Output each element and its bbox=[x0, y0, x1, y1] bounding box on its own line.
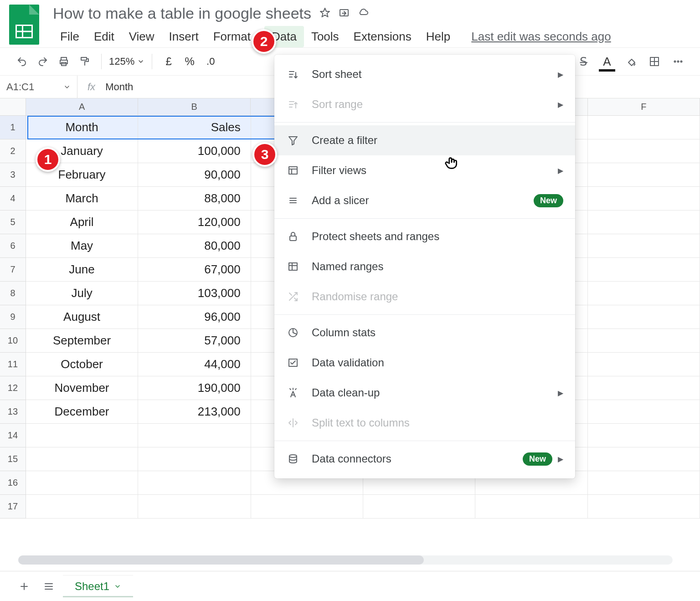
row-header[interactable]: 9 bbox=[0, 305, 26, 329]
cell[interactable]: 120,000 bbox=[138, 211, 251, 234]
more-toolbar-button[interactable] bbox=[669, 52, 687, 71]
cell[interactable] bbox=[588, 139, 700, 163]
column-header-a[interactable]: A bbox=[26, 98, 139, 116]
row-header[interactable]: 11 bbox=[0, 353, 26, 376]
row-header[interactable]: 5 bbox=[0, 211, 26, 234]
cell[interactable] bbox=[588, 234, 700, 258]
cell[interactable]: 67,000 bbox=[138, 258, 251, 282]
strikethrough-button[interactable]: S̶ bbox=[574, 52, 592, 71]
cell[interactable] bbox=[138, 424, 251, 447]
document-title[interactable]: How to make a table in google sheets bbox=[53, 5, 311, 22]
cell[interactable] bbox=[588, 400, 700, 424]
cell[interactable]: September bbox=[26, 329, 138, 353]
cell[interactable] bbox=[363, 495, 475, 519]
row-header[interactable]: 4 bbox=[0, 187, 26, 211]
row-header[interactable]: 12 bbox=[0, 376, 26, 400]
cell[interactable] bbox=[588, 282, 700, 305]
cell[interactable]: 190,000 bbox=[138, 376, 251, 400]
cell[interactable]: 57,000 bbox=[138, 329, 251, 353]
all-sheets-button[interactable] bbox=[38, 576, 59, 597]
cell[interactable]: May bbox=[26, 234, 138, 258]
cell[interactable]: June bbox=[26, 258, 138, 282]
row-header[interactable]: 10 bbox=[0, 329, 26, 353]
menu-item-named[interactable]: Named ranges bbox=[274, 252, 575, 282]
horizontal-scrollbar[interactable] bbox=[18, 555, 673, 565]
row-header[interactable]: 7 bbox=[0, 258, 26, 282]
cell[interactable] bbox=[26, 495, 138, 519]
menu-file[interactable]: File bbox=[53, 26, 87, 47]
cell[interactable] bbox=[588, 424, 700, 447]
cell[interactable]: December bbox=[26, 400, 138, 424]
cell[interactable]: August bbox=[26, 305, 138, 329]
cell[interactable] bbox=[138, 447, 251, 471]
sheets-logo[interactable] bbox=[9, 5, 39, 45]
cell[interactable]: 213,000 bbox=[138, 400, 251, 424]
menu-edit[interactable]: Edit bbox=[87, 26, 122, 47]
row-header[interactable]: 17 bbox=[0, 495, 26, 519]
cell[interactable] bbox=[588, 329, 700, 353]
cell[interactable]: 103,000 bbox=[138, 282, 251, 305]
select-all-corner[interactable] bbox=[0, 98, 26, 116]
row-header[interactable]: 15 bbox=[0, 447, 26, 471]
menu-item-db[interactable]: Data connectorsNew▶ bbox=[274, 444, 575, 474]
cell[interactable] bbox=[138, 471, 251, 495]
row-header[interactable]: 16 bbox=[0, 471, 26, 495]
menu-view[interactable]: View bbox=[122, 26, 162, 47]
menu-insert[interactable]: Insert bbox=[162, 26, 206, 47]
cell[interactable] bbox=[588, 353, 700, 376]
menu-extensions[interactable]: Extensions bbox=[346, 26, 419, 47]
cell[interactable] bbox=[26, 447, 138, 471]
cell[interactable] bbox=[251, 495, 363, 519]
cell[interactable] bbox=[26, 424, 138, 447]
menu-item-stats[interactable]: Column stats bbox=[274, 318, 575, 348]
cell[interactable]: March bbox=[26, 187, 138, 211]
decimal-button[interactable]: .0 bbox=[201, 52, 220, 71]
cell[interactable] bbox=[588, 187, 700, 211]
row-header[interactable]: 6 bbox=[0, 234, 26, 258]
cell[interactable] bbox=[588, 447, 700, 471]
menu-item-filter-views[interactable]: Filter views▶ bbox=[274, 155, 575, 185]
undo-button[interactable] bbox=[13, 52, 31, 71]
row-header[interactable]: 3 bbox=[0, 163, 26, 187]
currency-button[interactable]: £ bbox=[160, 52, 178, 71]
column-header-b[interactable]: B bbox=[138, 98, 251, 116]
cell[interactable]: 90,000 bbox=[138, 163, 251, 187]
menu-item-lock[interactable]: Protect sheets and ranges bbox=[274, 221, 575, 252]
menu-item-sort-sheet[interactable]: Sort sheet▶ bbox=[274, 59, 575, 89]
menu-item-validate[interactable]: Data validation bbox=[274, 348, 575, 378]
cell[interactable] bbox=[138, 495, 251, 519]
redo-button[interactable] bbox=[34, 52, 52, 71]
cell[interactable]: 100,000 bbox=[138, 139, 251, 163]
cloud-status-icon[interactable] bbox=[358, 7, 369, 20]
menu-help[interactable]: Help bbox=[419, 26, 458, 47]
star-icon[interactable] bbox=[319, 7, 330, 20]
cell[interactable]: Sales bbox=[138, 116, 251, 139]
add-sheet-button[interactable] bbox=[14, 576, 35, 597]
percent-button[interactable]: % bbox=[180, 52, 199, 71]
cell[interactable] bbox=[588, 116, 700, 139]
row-header[interactable]: 14 bbox=[0, 424, 26, 447]
cell[interactable]: 80,000 bbox=[138, 234, 251, 258]
cell[interactable]: 96,000 bbox=[138, 305, 251, 329]
cell[interactable]: July bbox=[26, 282, 138, 305]
cell[interactable]: 44,000 bbox=[138, 353, 251, 376]
borders-button[interactable] bbox=[645, 52, 664, 71]
name-box[interactable]: A1:C1 bbox=[0, 76, 77, 98]
column-header-f[interactable]: F bbox=[588, 98, 700, 116]
last-edit-link[interactable]: Last edit was seconds ago bbox=[471, 30, 611, 44]
row-header[interactable]: 13 bbox=[0, 400, 26, 424]
cell[interactable]: October bbox=[26, 353, 138, 376]
formula-bar[interactable]: Month bbox=[105, 81, 133, 93]
cell[interactable]: 88,000 bbox=[138, 187, 251, 211]
cell[interactable] bbox=[588, 376, 700, 400]
cell[interactable]: Month bbox=[26, 116, 138, 139]
row-header[interactable]: 1 bbox=[0, 116, 26, 139]
cell[interactable] bbox=[588, 305, 700, 329]
sheet-tab-sheet1[interactable]: Sheet1 bbox=[63, 575, 133, 597]
fill-color-button[interactable] bbox=[622, 52, 640, 71]
row-header[interactable]: 2 bbox=[0, 139, 26, 163]
print-button[interactable] bbox=[55, 52, 73, 71]
cell[interactable]: April bbox=[26, 211, 138, 234]
paint-format-button[interactable] bbox=[76, 52, 94, 71]
menu-item-slicer[interactable]: Add a slicerNew bbox=[274, 185, 575, 216]
